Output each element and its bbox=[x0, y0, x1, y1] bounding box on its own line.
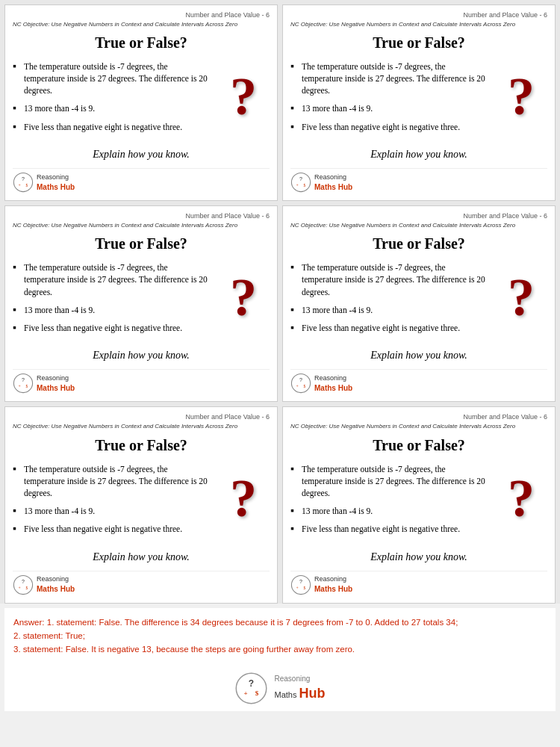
svg-text:+: + bbox=[296, 384, 299, 388]
nc-objective-4: NC Objective: Use Negative Numbers in Co… bbox=[290, 221, 547, 229]
explain-text-1: Explain how you know. bbox=[13, 149, 270, 161]
svg-text:?: ? bbox=[22, 578, 25, 583]
svg-text:+: + bbox=[19, 384, 21, 388]
svg-text:?: ? bbox=[299, 578, 302, 583]
card-footer-6: ? + $ Reasoning Maths Hub bbox=[290, 571, 547, 595]
svg-text:$: $ bbox=[304, 384, 306, 388]
svg-text:$: $ bbox=[26, 183, 28, 187]
card-label-1: Number and Place Value - 6 bbox=[186, 11, 270, 19]
footer-logo-icon: ? + $ bbox=[234, 672, 268, 705]
nc-objective-1: NC Objective: Use Negative Numbers in Co… bbox=[13, 20, 270, 28]
svg-text:+: + bbox=[296, 585, 299, 589]
svg-point-8 bbox=[13, 374, 32, 393]
card-title-3: True or False? bbox=[13, 235, 270, 252]
card-2: Number and Place Value - 6 NC Objective:… bbox=[282, 4, 556, 201]
explain-text-6: Explain how you know. bbox=[290, 551, 547, 563]
svg-point-4 bbox=[291, 173, 310, 192]
question-mark-6: ? bbox=[495, 467, 547, 530]
card-6: Number and Place Value - 6 NC Objective:… bbox=[282, 406, 556, 603]
logo-area-1: ? + $ Reasoning Maths Hub bbox=[13, 172, 75, 193]
svg-text:+: + bbox=[296, 183, 299, 187]
nc-objective-2: NC Objective: Use Negative Numbers in Co… bbox=[290, 20, 547, 28]
logo-icon-5: ? + $ bbox=[13, 574, 34, 595]
nc-objective-3: NC Objective: Use Negative Numbers in Co… bbox=[13, 221, 270, 229]
footer-logo-text: Reasoning Maths Hub bbox=[274, 674, 325, 703]
svg-text:?: ? bbox=[299, 377, 302, 382]
svg-text:?: ? bbox=[299, 176, 302, 182]
footer-logo-area: ? + $ Reasoning Maths Hub bbox=[4, 664, 556, 711]
card-footer-2: ? + $ Reasoning Maths Hub bbox=[290, 168, 547, 193]
statements-area-4: ▪ The temperature outside is -7 degrees,… bbox=[290, 261, 547, 344]
bullet-1-3: ▪ bbox=[13, 122, 20, 132]
card-title-1: True or False? bbox=[13, 34, 270, 52]
card-5: Number and Place Value - 6 NC Objective:… bbox=[4, 406, 278, 603]
answer-text: Answer: 1. statement: False. The differe… bbox=[13, 616, 547, 657]
card-title-6: True or False? bbox=[290, 437, 547, 454]
nc-objective-5: NC Objective: Use Negative Numbers in Co… bbox=[13, 422, 270, 430]
question-mark-3: ? bbox=[217, 265, 270, 329]
svg-point-0 bbox=[13, 173, 32, 192]
svg-text:+: + bbox=[19, 585, 21, 589]
nc-objective-6: NC Objective: Use Negative Numbers in Co… bbox=[290, 422, 547, 430]
svg-text:?: ? bbox=[249, 678, 254, 688]
explain-text-3: Explain how you know. bbox=[13, 350, 270, 362]
svg-text:+: + bbox=[244, 689, 248, 696]
statements-area-3: ▪ The temperature outside is -7 degrees,… bbox=[13, 261, 270, 344]
svg-text:?: ? bbox=[22, 377, 25, 382]
bullet-1-1: ▪ bbox=[13, 61, 20, 72]
card-title-2: True or False? bbox=[290, 34, 547, 52]
statements-area-2: ▪ The temperature outside is -7 degrees,… bbox=[290, 61, 547, 143]
card-footer-4: ? + $ Reasoning Maths Hub bbox=[290, 369, 547, 394]
card-label-5: Number and Place Value - 6 bbox=[186, 413, 270, 421]
card-title-5: True or False? bbox=[13, 437, 270, 454]
question-mark-5: ? bbox=[217, 467, 270, 530]
card-footer-5: ? + $ Reasoning Maths Hub bbox=[13, 571, 270, 595]
card-label-4: Number and Place Value - 6 bbox=[464, 212, 547, 220]
explain-text-5: Explain how you know. bbox=[13, 551, 270, 563]
logo-icon-2: ? + $ bbox=[290, 172, 311, 193]
logo-icon-4: ? + $ bbox=[290, 373, 311, 394]
card-footer-3: ? + $ Reasoning Maths Hub bbox=[13, 369, 270, 394]
question-mark-1: ? bbox=[217, 64, 270, 128]
svg-text:$: $ bbox=[304, 585, 306, 589]
svg-point-20 bbox=[291, 575, 310, 594]
card-title-4: True or False? bbox=[290, 235, 547, 252]
svg-text:+: + bbox=[19, 183, 21, 187]
question-mark-4: ? bbox=[495, 265, 547, 329]
logo-icon-3: ? + $ bbox=[13, 373, 34, 394]
svg-point-16 bbox=[13, 575, 32, 594]
question-mark-2: ? bbox=[495, 64, 547, 128]
svg-text:$: $ bbox=[304, 183, 306, 187]
card-label-3: Number and Place Value - 6 bbox=[186, 212, 270, 220]
explain-text-4: Explain how you know. bbox=[290, 350, 547, 362]
statements-area-1: ▪ The temperature outside is -7 degrees,… bbox=[13, 61, 270, 143]
logo-text-1: Reasoning Maths Hub bbox=[37, 173, 75, 192]
statements-area-6: ▪ The temperature outside is -7 degrees,… bbox=[290, 463, 547, 545]
svg-text:?: ? bbox=[22, 176, 25, 182]
card-label-2: Number and Place Value - 6 bbox=[464, 11, 547, 19]
svg-text:$: $ bbox=[255, 689, 259, 696]
statements-area-5: ▪ The temperature outside is -7 degrees,… bbox=[13, 463, 270, 545]
svg-point-12 bbox=[291, 374, 310, 393]
card-footer-1: ? + $ Reasoning Maths Hub bbox=[13, 168, 270, 193]
bullet-1-2: ▪ bbox=[13, 103, 20, 114]
logo-icon-6: ? + $ bbox=[290, 574, 311, 595]
logo-icon-1: ? + $ bbox=[13, 172, 34, 193]
answer-section: Answer: 1. statement: False. The differe… bbox=[4, 608, 556, 664]
explain-text-2: Explain how you know. bbox=[290, 149, 547, 161]
svg-text:$: $ bbox=[26, 384, 28, 388]
cards-grid: Number and Place Value - 6 NC Objective:… bbox=[0, 0, 560, 604]
card-label-6: Number and Place Value - 6 bbox=[464, 413, 547, 421]
svg-text:$: $ bbox=[26, 585, 28, 589]
card-1: Number and Place Value - 6 NC Objective:… bbox=[4, 4, 278, 201]
card-3: Number and Place Value - 6 NC Objective:… bbox=[4, 205, 278, 402]
card-4: Number and Place Value - 6 NC Objective:… bbox=[282, 205, 556, 402]
